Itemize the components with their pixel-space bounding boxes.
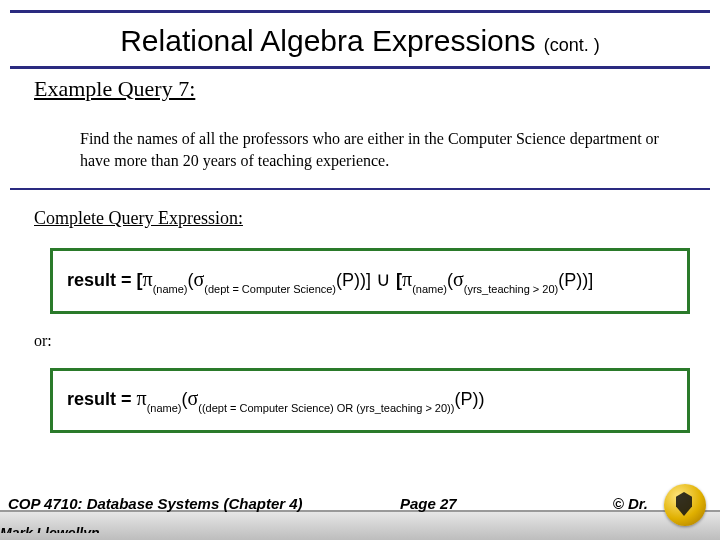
rule-mid [10, 188, 710, 190]
pi-symbol-2: π [402, 268, 412, 290]
rule-top [10, 10, 710, 13]
sigma-symbol-2: σ [453, 268, 464, 290]
sigma2-sub: (yrs_teaching > 20) [464, 283, 558, 295]
sigma-symbol: σ [193, 268, 204, 290]
slide: Relational Algebra Expressions (cont. ) … [0, 0, 720, 540]
sigma-symbol-3: σ [187, 387, 198, 409]
or-label: or: [34, 332, 52, 350]
complete-expr-label: Complete Query Expression: [34, 208, 243, 229]
expr1-tail1: (P))] [336, 270, 376, 290]
title-cont: (cont. ) [544, 35, 600, 55]
pi2-sub: (name) [412, 283, 447, 295]
footer-copyright: © Dr. [613, 495, 648, 512]
footer-course: COP 4710: Database Systems (Chapter 4) [8, 495, 303, 512]
expression-2: result = π(name)(σ((dept = Computer Scie… [67, 389, 484, 409]
title-main: Relational Algebra Expressions [120, 24, 544, 57]
expression-1: result = [π(name)(σ(dept = Computer Scie… [67, 270, 593, 290]
expr1-tail2: (P))] [558, 270, 593, 290]
problem-statement: Find the names of all the professors who… [80, 128, 660, 171]
sigma3-sub: ((dept = Computer Science) OR (yrs_teach… [198, 402, 454, 414]
pi-symbol: π [143, 268, 153, 290]
school-logo-icon [664, 484, 706, 526]
expression-box-2: result = π(name)(σ((dept = Computer Scie… [50, 368, 690, 433]
expression-box-1: result = [π(name)(σ(dept = Computer Scie… [50, 248, 690, 314]
sigma1-sub: (dept = Computer Science) [204, 283, 336, 295]
footer-page: Page 27 [400, 495, 457, 512]
pi1-sub: (name) [153, 283, 188, 295]
expr1-lead: result = [ [67, 270, 143, 290]
rule-below-title [10, 66, 710, 69]
example-heading: Example Query 7: [34, 76, 195, 102]
union-symbol: ∪ [376, 268, 391, 290]
expr2-lead: result = [67, 389, 137, 409]
pi3-sub: (name) [147, 402, 182, 414]
expr2-tail: (P)) [454, 389, 484, 409]
expr1-mid: [ [391, 270, 402, 290]
footer-gradient [0, 510, 720, 540]
pi-symbol-3: π [137, 387, 147, 409]
footer: COP 4710: Database Systems (Chapter 4) P… [0, 462, 720, 540]
slide-title: Relational Algebra Expressions (cont. ) [0, 24, 720, 58]
